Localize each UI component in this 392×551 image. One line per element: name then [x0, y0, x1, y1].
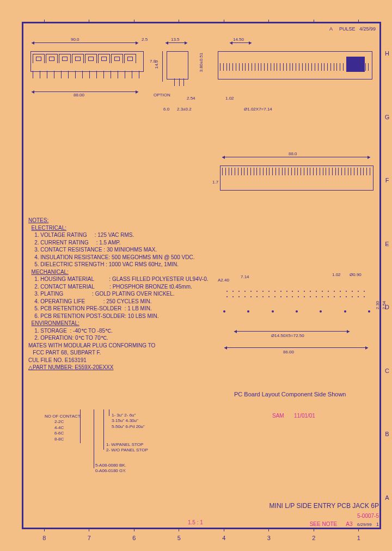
env-1: 1. STORAGE : -40℃ TO -85℃.: [34, 328, 113, 334]
side-view-body: [167, 51, 188, 79]
elec-3: 3. CONTACT RESISTANCE : 30 MINIOHMS MAX.: [34, 247, 157, 253]
pcb-label: PC Board Layout Component Side Shown: [234, 391, 346, 397]
dim-fp-hole: A2.40: [218, 278, 229, 283]
dim-fp-span: 86.00: [283, 350, 294, 354]
c3: 8-8C: [45, 437, 81, 442]
c2: 6-6C: [45, 431, 81, 436]
row-b: B: [385, 431, 389, 437]
side-pins: [174, 78, 184, 86]
elec-4: 4. INSULATION RESISTANCE: 500 MEGOHMS MI…: [34, 254, 194, 260]
doc-no: 5-0007-5: [357, 513, 379, 519]
dim-pcb-len: 88.0: [289, 151, 297, 156]
p0: 1- W/PANEL STOP: [106, 442, 148, 448]
tb-date: 6/29/99: [357, 522, 372, 527]
notes: NOTES: ELECTRICAL: 1. VOLTAGE RATING : 1…: [28, 217, 209, 371]
row-e: E: [385, 241, 389, 247]
row-h: H: [385, 50, 389, 57]
elec-1: 1. VOLTAGE RATING : 125 VAC RMS.: [34, 232, 134, 238]
dim-front-width: 90.0: [71, 37, 79, 42]
row-a: A: [385, 494, 389, 501]
dim-front-pitch-line: [32, 91, 138, 92]
mates: MATES WITH MODULAR PLUG CONFORMING TO: [28, 342, 155, 348]
mech-4: 4. OPERATING LIFE : 250 CYCLES MIN.: [34, 298, 151, 304]
row-c: C: [385, 368, 389, 374]
p1: 2- W/O PANEL STOP: [106, 448, 148, 453]
col-6: 6: [132, 535, 136, 541]
note-ref: SEE NOTE: [310, 521, 338, 527]
mech-2: 2. CONTACT MATERIAL : PHOSPHOR BRONZE t0…: [34, 284, 192, 290]
dim-fp-small: Ø0.90: [350, 272, 362, 277]
env-title: ENVIRONMENTAL:: [32, 320, 79, 326]
mech-6: 6. PCB RETENTION POST-SOLDER: 10 LBS MIN…: [34, 313, 158, 319]
col1: 0-A06-0180 GY.: [95, 468, 126, 474]
elec-2: 2. CURRENT RATING : 1.5 AMP.: [34, 240, 120, 246]
c0: 2-2C: [45, 419, 81, 425]
dim-top-w-line: [230, 42, 252, 43]
mech-5: 5. PCB RETENTION PRE-SOLDER : 1 LB MIN.: [34, 305, 152, 311]
contacts-label: NO OF CONTACT:: [45, 414, 81, 419]
cul: CUL FILE NO. E163191: [28, 357, 87, 363]
row-g: G: [385, 114, 390, 120]
col-5: 5: [177, 535, 181, 541]
dim-pcb-d: 1.7: [212, 180, 218, 185]
sheet: A3: [346, 521, 352, 527]
contacts-block: NO OF CONTACT: 2-2C 4-4C 6-6C 8-8C: [45, 414, 81, 442]
dim-front-top: 2.5: [142, 37, 148, 42]
dim-side-base: 6.0: [163, 107, 169, 112]
dim-side-off: 2.54: [187, 96, 195, 101]
top-shaded-port: [346, 57, 365, 72]
callout-l4: [109, 409, 109, 416]
ruler-bottom: 8 7 6 5 4 3 2 1: [22, 535, 381, 541]
dim-fp-b: 2.30: [375, 301, 380, 310]
col-7: 7: [88, 535, 91, 541]
dim-fp-calc: Ø14.50X5=72.50: [271, 333, 304, 338]
dim-side-h: 14.9: [154, 60, 159, 69]
mech-1: 1. HOUSING MATERIAL : GLASS FILLED POLYE…: [34, 276, 208, 282]
fp-mounts: [223, 310, 370, 313]
sig2: 11/01/01: [294, 413, 315, 419]
dim-pcb-line: [222, 157, 370, 157]
col-2: 2: [312, 535, 315, 541]
callout-l1: [80, 409, 81, 443]
row-f: F: [385, 177, 389, 183]
dim-side-w: 13.5: [171, 37, 180, 42]
mech-3: 3. PLATING : GOLD PLATING OVER NICKEL.: [34, 291, 174, 297]
front-ports: [33, 53, 137, 63]
dim-front-pitch: 88.00: [74, 93, 84, 97]
fp-row1: [226, 291, 365, 292]
page: A PULSE 4/25/99 90.0 2.5 7.8 88.00 13.5 …: [0, 0, 392, 551]
callout-l2: [94, 409, 94, 468]
gold-block: 1- 3u" 2- 6u" 3-15u" 4-30u" 5-50u" 6-Pd …: [112, 413, 145, 430]
date: 4/25/99: [359, 26, 376, 32]
row-d: D: [385, 304, 389, 310]
col-1: 1: [357, 535, 360, 541]
c1: 4-4C: [45, 425, 81, 431]
dim-side-w-line: [166, 42, 187, 43]
g0: 1- 3u" 2- 6u": [112, 413, 145, 418]
dim-side-body: 2.3±0.2: [177, 107, 192, 112]
notes-title: NOTES:: [28, 217, 48, 223]
part-title: △PART NUMBER: E559X-20EXXX: [28, 364, 113, 370]
scale: 1.5 : 1: [188, 519, 203, 525]
col-4: 4: [222, 535, 225, 541]
sig1: SAM: [272, 413, 284, 419]
g2: 5-50u" 6-Pd 20u": [112, 424, 145, 430]
dim-fp-calc-line: [234, 331, 350, 332]
title-block: MINI L/P SIDE ENTRY PCB JACK 6P 5-0007-5…: [216, 502, 379, 527]
col0: 5-A08-0080 BK.: [95, 463, 126, 468]
dim-front-width-line: [32, 42, 138, 43]
dwg-title: MINI L/P SIDE ENTRY PCB JACK 6P: [216, 502, 379, 510]
g1: 3-15u" 4-30u": [112, 418, 145, 424]
elec-5: 5. DIELECTRIC STRENGTH : 1000 VAC RMS 60…: [34, 261, 179, 267]
col-8: 8: [42, 535, 46, 541]
ruler-right: H G F E D C B A: [383, 22, 391, 529]
header-block: A PULSE 4/25/99: [329, 26, 376, 32]
dim-top-pin: 1.02: [225, 96, 234, 101]
mfr: PULSE: [339, 26, 356, 32]
col-3: 3: [267, 535, 271, 541]
dim-top-w: 14.50: [233, 37, 244, 42]
dim-top-calc: Ø1.02X7=7.14: [244, 107, 272, 112]
tb-page: 1: [376, 522, 379, 527]
pcb-pins: [222, 168, 370, 175]
mates2: FCC PART 68, SUBPART F.: [28, 350, 101, 356]
